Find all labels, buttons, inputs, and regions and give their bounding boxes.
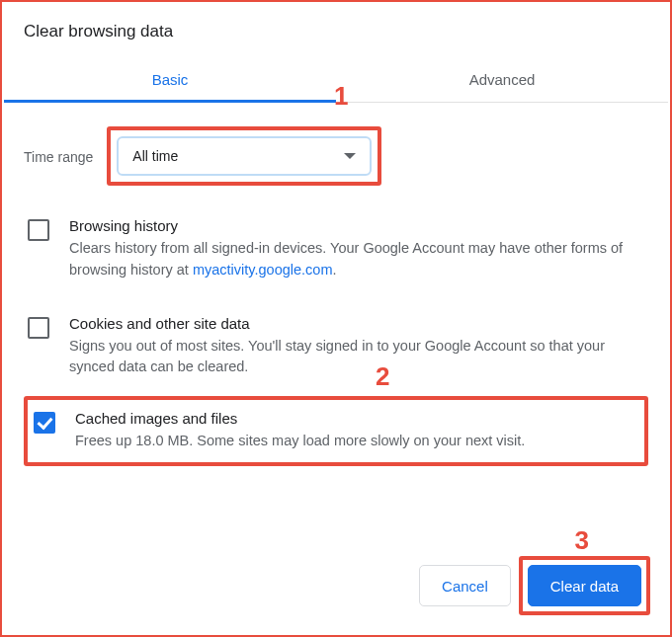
option-browsing-history: Browsing history Clears history from all… [24,213,648,285]
checkbox-cookies[interactable] [28,317,49,339]
annotation-box-2: Cached images and files Frees up 18.0 MB… [24,396,648,466]
time-range-label: Time range [24,147,93,165]
annotation-box-3: Clear data [519,556,650,615]
dialog-title: Clear browsing data [4,4,668,59]
option-description: Frees up 18.0 MB. Some sites may load mo… [75,431,525,452]
option-title: Cookies and other site data [69,315,644,332]
clear-browsing-data-dialog: Clear browsing data Basic Advanced Time … [0,0,672,637]
checkbox-browsing-history[interactable] [28,219,49,241]
myactivity-link[interactable]: myactivity.google.com [193,262,333,278]
annotation-box-1: All time [107,126,381,186]
option-cookies: Cookies and other site data Signs you ou… [24,311,648,383]
tabs: Basic Advanced [4,59,668,103]
dialog-footer: Cancel Clear data [419,556,650,615]
tab-basic[interactable]: Basic [4,59,336,102]
option-title: Cached images and files [75,410,525,427]
option-cache: Cached images and files Frees up 18.0 MB… [34,410,638,452]
option-title: Browsing history [69,217,644,234]
annotation-number-3: 3 [575,525,589,556]
time-range-select[interactable]: All time [117,136,372,176]
tab-advanced[interactable]: Advanced [336,59,668,102]
option-description: Clears history from all signed-in device… [69,238,644,281]
chevron-down-icon [344,153,356,159]
option-description: Signs you out of most sites. You'll stay… [69,336,644,379]
time-range-value: All time [132,148,178,164]
clear-data-button[interactable]: Clear data [528,565,641,606]
cancel-button[interactable]: Cancel [419,565,511,606]
checkbox-cache[interactable] [34,412,55,434]
